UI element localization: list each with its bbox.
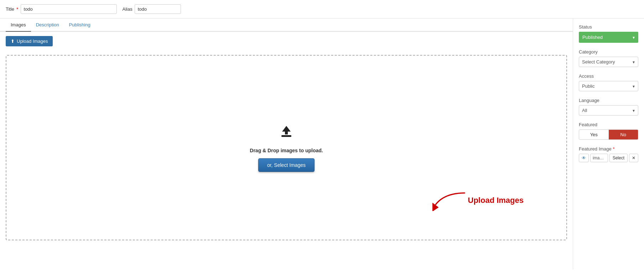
sidebar-featured-image-section: Featured Image * 👁 Select ✕: [579, 146, 638, 162]
svg-rect-1: [281, 135, 291, 137]
access-select[interactable]: Public: [579, 81, 638, 91]
featured-label: Featured: [579, 122, 638, 127]
dropzone[interactable]: Drag & Drop images to upload. or, Select…: [6, 55, 567, 240]
title-input[interactable]: [21, 4, 117, 14]
annotation-container: Upload Images: [432, 190, 524, 211]
title-label: Title: [6, 6, 14, 12]
featured-image-eye-button[interactable]: 👁: [579, 154, 589, 162]
tabs: Images Description Publishing: [0, 19, 573, 32]
content-area: Images Description Publishing ⬆ Upload I…: [0, 19, 573, 270]
featured-toggle: Yes No: [579, 129, 638, 140]
upload-icon: ⬆: [11, 39, 15, 44]
category-label: Category: [579, 49, 638, 55]
status-label: Status: [579, 24, 638, 30]
featured-image-row: 👁 Select ✕: [579, 154, 638, 162]
status-select[interactable]: Published: [579, 32, 638, 43]
category-select-wrapper[interactable]: Select Category: [579, 57, 638, 67]
alias-field-group: Alias: [123, 4, 181, 14]
tab-images[interactable]: Images: [6, 19, 31, 32]
access-label: Access: [579, 73, 638, 79]
language-label: Language: [579, 98, 638, 103]
tab-publishing[interactable]: Publishing: [64, 19, 95, 32]
main-layout: Images Description Publishing ⬆ Upload I…: [0, 19, 644, 270]
language-select[interactable]: All: [579, 105, 638, 116]
featured-image-clear-button[interactable]: ✕: [629, 154, 638, 162]
dropzone-upload-icon: [278, 124, 295, 144]
sidebar: Status Published Category Select Categor…: [573, 19, 644, 270]
title-required: *: [16, 6, 18, 12]
tab-content-images: ⬆ Upload Images: [0, 32, 573, 51]
sidebar-status-section: Status Published: [579, 24, 638, 43]
sidebar-access-section: Access Public: [579, 73, 638, 91]
annotation-text: Upload Images: [468, 196, 524, 205]
sidebar-featured-section: Featured Yes No: [579, 122, 638, 140]
featured-no-button[interactable]: No: [609, 130, 638, 139]
tab-description[interactable]: Description: [31, 19, 64, 32]
featured-image-select-button[interactable]: Select: [609, 154, 628, 162]
sidebar-category-section: Category Select Category: [579, 49, 638, 67]
top-bar: Title * Alias: [0, 0, 644, 19]
title-field-group: Title *: [6, 4, 117, 14]
featured-image-required: *: [613, 146, 614, 152]
upload-images-label: Upload Images: [17, 39, 48, 44]
alias-label: Alias: [123, 6, 133, 12]
language-select-wrapper[interactable]: All: [579, 105, 638, 116]
featured-image-input[interactable]: [590, 154, 608, 162]
annotation-arrow-icon: [432, 190, 468, 211]
select-images-button[interactable]: or, Select Images: [258, 158, 315, 172]
svg-marker-0: [282, 126, 291, 134]
sidebar-language-section: Language All: [579, 98, 638, 116]
featured-image-label: Featured Image *: [579, 146, 638, 152]
featured-yes-button[interactable]: Yes: [579, 130, 609, 139]
upload-images-button[interactable]: ⬆ Upload Images: [6, 36, 53, 46]
alias-input[interactable]: [135, 4, 181, 14]
drag-drop-text: Drag & Drop images to upload.: [250, 148, 323, 153]
access-select-wrapper[interactable]: Public: [579, 81, 638, 91]
category-select[interactable]: Select Category: [579, 57, 638, 67]
status-select-wrapper[interactable]: Published: [579, 32, 638, 43]
